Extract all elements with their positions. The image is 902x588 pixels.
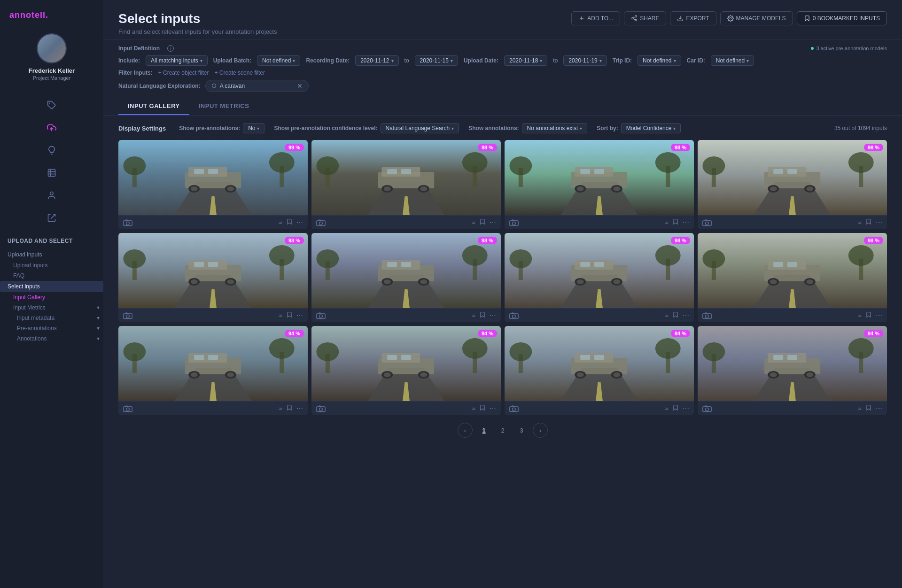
bookmark-action-icon[interactable]	[672, 218, 679, 226]
similar-icon[interactable]: ≈	[665, 219, 669, 226]
trip-id-filter[interactable]: Not defined ▾	[638, 55, 681, 66]
recording-date-from-filter[interactable]: 2020-11-12 ▾	[355, 55, 398, 66]
upload-date-from-filter[interactable]: 2020-11-18 ▾	[504, 55, 547, 66]
include-filter[interactable]: All matching inputs ▾	[146, 55, 208, 66]
bookmark-action-icon[interactable]	[479, 218, 486, 226]
tab-input-metrics[interactable]: INPUT METRICS	[189, 98, 259, 115]
sidebar-sub-upload-inputs[interactable]: Upload inputs	[0, 260, 103, 271]
bookmark-action-icon[interactable]	[479, 404, 486, 412]
upload-batch-filter[interactable]: Not defined ▾	[257, 55, 300, 66]
bookmark-action-icon[interactable]	[286, 311, 293, 319]
info-icon[interactable]: i	[167, 45, 174, 52]
create-object-filter-btn[interactable]: + Create object filter	[158, 70, 209, 76]
image-card[interactable]: 99 % ≈ ⋯	[118, 140, 308, 229]
similar-icon[interactable]: ≈	[279, 312, 282, 319]
manage-models-button[interactable]: MANAGE MODELS	[720, 11, 793, 25]
more-actions-icon[interactable]: ⋯	[683, 405, 689, 412]
show-pre-annotations-select[interactable]: No ▾	[243, 123, 264, 133]
add-icon	[578, 15, 585, 22]
nav-person-icon[interactable]	[41, 185, 62, 206]
svg-rect-63	[594, 169, 604, 174]
sidebar-sub-pre-annotations[interactable]: Pre-annotations ▾	[0, 323, 103, 333]
upload-select-title[interactable]: Upload and Select	[8, 238, 96, 244]
add-to-button[interactable]: ADD TO...	[571, 11, 620, 25]
sidebar-item-upload-inputs[interactable]: Upload inputs	[0, 249, 103, 260]
svg-rect-62	[580, 169, 590, 174]
sidebar-sub-annotations[interactable]: Annotations ▾	[0, 333, 103, 344]
similar-icon[interactable]: ≈	[858, 312, 862, 319]
more-actions-icon[interactable]: ⋯	[683, 219, 689, 226]
similar-icon[interactable]: ≈	[858, 219, 862, 226]
share-icon	[631, 15, 638, 22]
include-value: All matching inputs	[151, 57, 198, 64]
more-actions-icon[interactable]: ⋯	[683, 312, 689, 319]
image-card[interactable]: 98 % ≈ ⋯	[311, 233, 501, 322]
image-card[interactable]: 98 % ≈ ⋯	[118, 233, 308, 322]
show-confidence-select[interactable]: Natural Language Search ▾	[381, 123, 459, 133]
similar-icon[interactable]: ≈	[858, 405, 862, 412]
bookmark-action-icon[interactable]	[479, 311, 486, 319]
page-3-button[interactable]: 3	[514, 423, 529, 438]
car-id-filter[interactable]: Not defined ▾	[711, 55, 754, 66]
sidebar-sub-faq[interactable]: FAQ	[0, 271, 103, 281]
page-1-button[interactable]: 1	[476, 423, 491, 438]
sidebar-sub-input-gallery[interactable]: Input Gallery	[0, 292, 103, 302]
more-actions-icon[interactable]: ⋯	[490, 219, 496, 226]
bookmark-action-icon[interactable]	[672, 404, 679, 412]
sidebar-item-select-inputs[interactable]: Select inputs	[0, 281, 103, 292]
sort-by-select[interactable]: Model Confidence ▾	[621, 123, 681, 133]
nav-tag-icon[interactable]	[41, 95, 62, 116]
bookmark-action-icon[interactable]	[286, 218, 293, 226]
similar-icon[interactable]: ≈	[472, 219, 475, 226]
tab-input-gallery[interactable]: INPUT GALLERY	[118, 98, 189, 115]
share-button[interactable]: SHARE	[624, 11, 666, 25]
bookmark-action-icon[interactable]	[865, 311, 872, 319]
similar-icon[interactable]: ≈	[472, 312, 475, 319]
recording-date-to-filter[interactable]: 2020-11-15 ▾	[415, 55, 458, 66]
image-card[interactable]: 98 % ≈ ⋯	[698, 233, 887, 322]
image-card[interactable]: 94 % ≈ ⋯	[311, 326, 501, 415]
more-actions-icon[interactable]: ⋯	[876, 312, 882, 319]
image-card[interactable]: 98 % ≈ ⋯	[505, 140, 694, 229]
more-actions-icon[interactable]: ⋯	[490, 405, 496, 412]
next-page-button[interactable]: ›	[533, 423, 548, 438]
filter-include-row: Include: All matching inputs ▾ Upload Ba…	[118, 55, 887, 66]
more-actions-icon[interactable]: ⋯	[876, 219, 882, 226]
bookmark-action-icon[interactable]	[865, 218, 872, 226]
bookmark-action-icon[interactable]	[865, 404, 872, 412]
nav-bulb-icon[interactable]	[41, 140, 62, 161]
svg-point-171	[126, 408, 130, 411]
create-scene-filter-btn[interactable]: + Create scene filter	[214, 70, 265, 76]
similar-icon[interactable]: ≈	[665, 405, 669, 412]
show-annotations-select[interactable]: No annotations exist ▾	[522, 123, 588, 133]
similar-icon[interactable]: ≈	[279, 405, 282, 412]
nav-export-icon[interactable]	[41, 208, 62, 228]
similar-icon[interactable]: ≈	[279, 219, 282, 226]
bookmark-action-icon[interactable]	[672, 311, 679, 319]
similar-icon[interactable]: ≈	[665, 312, 669, 319]
bookmark-action-icon[interactable]	[286, 404, 293, 412]
similar-icon[interactable]: ≈	[472, 405, 475, 412]
image-card[interactable]: 94 % ≈ ⋯	[118, 326, 308, 415]
more-actions-icon[interactable]: ⋯	[296, 405, 303, 412]
upload-date-to-filter[interactable]: 2020-11-19 ▾	[563, 55, 607, 66]
bookmarked-inputs-button[interactable]: 0 BOOKMARKED INPUTS	[797, 11, 887, 25]
nav-table-icon[interactable]	[41, 162, 62, 183]
page-2-button[interactable]: 2	[495, 423, 510, 438]
prev-page-button[interactable]: ‹	[458, 423, 473, 438]
nl-search-input[interactable]: A caravan ✕	[205, 80, 309, 92]
image-card[interactable]: 94 % ≈ ⋯	[698, 326, 887, 415]
image-card[interactable]: 98 % ≈ ⋯	[698, 140, 887, 229]
image-card[interactable]: 94 % ≈ ⋯	[505, 326, 694, 415]
nl-clear-button[interactable]: ✕	[297, 82, 303, 90]
more-actions-icon[interactable]: ⋯	[876, 405, 882, 412]
more-actions-icon[interactable]: ⋯	[490, 312, 496, 319]
nav-upload-icon[interactable]	[41, 117, 62, 138]
more-actions-icon[interactable]: ⋯	[296, 219, 303, 226]
sidebar-sub-input-metadata[interactable]: Input metadata ▾	[0, 313, 103, 323]
more-actions-icon[interactable]: ⋯	[296, 312, 303, 319]
image-card[interactable]: 98 % ≈ ⋯	[311, 140, 501, 229]
export-button[interactable]: EXPORT	[670, 11, 716, 25]
sidebar-sub-input-metrics[interactable]: Input Metrics ▾	[0, 302, 103, 313]
image-card[interactable]: 98 % ≈ ⋯	[505, 233, 694, 322]
